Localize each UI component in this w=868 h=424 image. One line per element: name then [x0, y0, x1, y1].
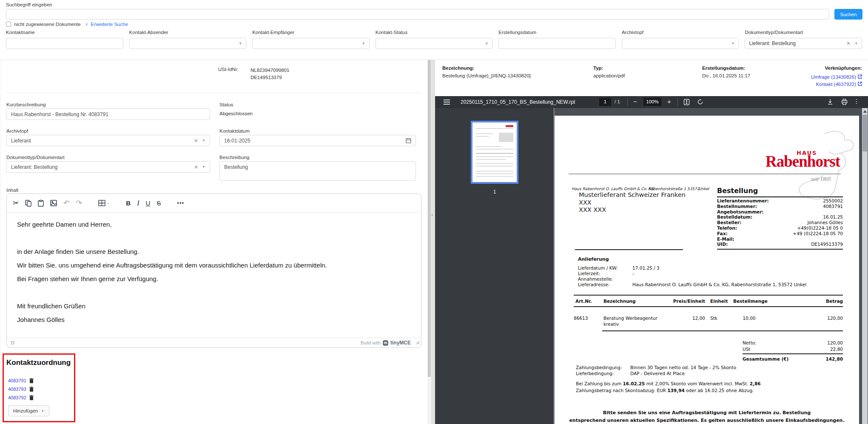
editor-paragraph: Bei Fragen stehen wir Ihnen gerne zur Ve… — [17, 275, 411, 283]
chevron-down-icon[interactable]: ˅ — [85, 22, 88, 27]
archivtopf-select[interactable]: Lieferant ✕ ▼ — [6, 135, 210, 146]
download-icon[interactable] — [827, 99, 833, 105]
umfrage-link[interactable]: Umfrage (13430826) — [811, 74, 856, 80]
total-label: Gesamtsumme (€) — [743, 356, 788, 361]
editor-element-path[interactable]: D — [11, 340, 14, 345]
unassigned-docs-checkbox[interactable] — [6, 22, 11, 27]
underline-button[interactable]: U — [145, 200, 150, 206]
thumbnail-sidebar: 1 — [435, 108, 554, 424]
search-section: Suchbegriff eingeben Suchen nicht zugewi… — [0, 0, 868, 60]
kurzbeschreibung-input[interactable]: Haus Rabenhorst - Bestellung Nr. 4083791 — [6, 108, 210, 120]
branding-name: tinyMCE — [390, 340, 411, 346]
ust-idnr-values: NL823947099801 DE149513379 — [250, 67, 289, 81]
calendar-icon[interactable] — [406, 138, 411, 143]
panel-splitter[interactable]: ‹ — [431, 60, 435, 424]
pdf-viewer: 1 HAUS Rabenhorst — [435, 108, 868, 424]
kontaktdatum-input[interactable]: 16-01-2025 — [219, 135, 416, 146]
beschreibung-textarea[interactable]: Bestellung — [219, 161, 416, 181]
filter-archivtopf: Archivtopf ▼ — [622, 30, 739, 49]
trash-icon[interactable] — [29, 395, 34, 400]
kurzbeschreibung-value: Haus Rabenhorst - Bestellung Nr. 4083791 — [11, 111, 108, 117]
more-toolbar-icon[interactable]: ••• — [177, 200, 184, 206]
strikethrough-button[interactable]: S — [157, 200, 161, 206]
meta-verknuepfungen: Verknüpfungen: Umfrage (13430826) Kontak… — [811, 65, 862, 88]
scrollbar-thumb[interactable] — [862, 115, 867, 151]
kontakt-status-select[interactable]: ▼ — [376, 38, 493, 49]
zoom-in-icon[interactable]: + — [667, 98, 671, 105]
filter-label: Kontakt-Absender — [129, 30, 247, 35]
filter-erstellungsdatum: Erstellungsdatum — [498, 30, 616, 49]
kontakt-empfaenger-select[interactable]: ▼ — [252, 38, 370, 49]
status-label: Status — [219, 102, 233, 107]
fit-to-page-icon[interactable] — [683, 99, 690, 105]
add-contact-button[interactable]: Hinzufügen ▼ — [8, 405, 49, 416]
bold-button[interactable]: B — [126, 200, 131, 206]
editor-toolbar: ✂ ↶ ↷ ⌄ — [7, 194, 421, 213]
left-panel-scrollbar[interactable] — [427, 60, 431, 424]
col-header-einheit: Einheit — [710, 299, 728, 304]
archivtopf-filter-select[interactable]: ▼ — [622, 38, 739, 49]
kontakt-link[interactable]: Kontakt (4637922) — [816, 82, 856, 87]
italic-button[interactable]: I — [137, 200, 139, 207]
pdf-page: HAUS Rabenhorst seit 1805 Haus Rabenhors… — [555, 116, 859, 424]
table-icon[interactable]: ⌄ — [98, 200, 110, 206]
clear-icon[interactable]: ✕ — [846, 41, 851, 46]
advanced-search-link[interactable]: Erweiterte Suche — [91, 22, 128, 27]
contact-link[interactable]: 4083793 — [8, 387, 26, 392]
meta-value: Bestellung (Umfrage)_[#ENQ-13430820] — [442, 73, 531, 78]
cut-icon[interactable]: ✂ — [13, 199, 19, 207]
insert-image-icon[interactable] — [50, 200, 57, 206]
zoom-level-display[interactable]: 100% — [643, 98, 661, 106]
filter-kontakt-empfaenger: Kontakt-Empfänger ▼ — [252, 30, 370, 49]
more-options-icon[interactable]: ⋮ — [854, 98, 859, 105]
kontaktname-input[interactable] — [6, 38, 123, 49]
paste-icon[interactable] — [38, 200, 44, 207]
copy-icon[interactable] — [25, 200, 31, 207]
dokumenttyp-filter-select[interactable]: Lieferant: Bestellung✕▼ — [745, 38, 862, 49]
main-area: USt-IdNr: NL823947099801 DE149513379 Kur… — [0, 60, 868, 424]
search-button[interactable]: Suchen — [834, 9, 862, 20]
scrollbar-thumb[interactable] — [428, 60, 431, 377]
sidebar-toggle-icon[interactable] — [444, 100, 450, 105]
kontaktdatum-label: Kontaktdatum — [219, 128, 250, 134]
editor-resize-handle[interactable] — [416, 339, 420, 346]
kontakt-absender-select[interactable]: ▼ — [129, 38, 247, 49]
page-number-input[interactable]: 1 — [599, 98, 611, 106]
collapse-chevron-icon[interactable]: ‹ — [431, 211, 433, 218]
erstellungsdatum-input[interactable] — [498, 38, 616, 49]
ust-idnr-value-1: NL823947099801 — [250, 67, 289, 74]
pdf-scrollbar[interactable] — [862, 108, 868, 424]
dokumenttyp-select[interactable]: Lieferant: Bestellung ✕ ▼ — [6, 161, 210, 173]
trash-icon[interactable] — [29, 378, 34, 383]
clear-icon[interactable]: ✕ — [194, 138, 198, 143]
unassigned-docs-label: nicht zugewiesene Dokumente — [14, 22, 81, 27]
editor-paragraph: Wir bitten Sie, uns umgehend eine Auftra… — [17, 261, 411, 270]
contact-assignment-row: 4083793 — [8, 386, 34, 393]
chevron-down-icon: ▼ — [202, 139, 205, 142]
col-header-bestellmenge: Bestellmenge — [733, 299, 768, 304]
chevron-down-icon: ▼ — [485, 42, 488, 46]
trash-icon[interactable] — [29, 387, 34, 392]
filter-label: Kontakt-Status — [376, 30, 493, 35]
divider — [575, 249, 683, 250]
col-header-preis: Preis/Einheit — [669, 299, 705, 304]
clear-icon[interactable]: ✕ — [194, 165, 198, 170]
rotate-icon[interactable] — [697, 99, 703, 105]
search-options-row: nicht zugewiesene Dokumente ˅ Erweiterte… — [6, 22, 128, 27]
netto-value: 120,00 — [809, 340, 843, 345]
recipient-line: XXX XXX — [579, 206, 686, 214]
table-line — [574, 295, 843, 296]
cell-artnr: 86613 — [574, 316, 588, 321]
print-icon[interactable] — [841, 99, 848, 105]
skonto-line-2: Zahlungsbetrag nach Skontoabzug: EUR 139… — [576, 388, 754, 393]
redo-icon[interactable]: ↷ — [76, 199, 82, 207]
search-label: Suchbegriff eingeben — [6, 2, 52, 7]
undo-icon[interactable]: ↶ — [63, 199, 69, 207]
contact-link[interactable]: 4083792 — [8, 395, 26, 400]
scroll-up-arrow[interactable] — [863, 110, 867, 113]
contact-link[interactable]: 4083791 — [8, 378, 26, 383]
editor-content[interactable]: Sehr geehrte Damen und Herren, in der An… — [7, 213, 421, 338]
page-thumbnail[interactable] — [471, 121, 518, 184]
search-input[interactable] — [6, 9, 829, 20]
zoom-out-icon[interactable]: − — [633, 98, 637, 105]
